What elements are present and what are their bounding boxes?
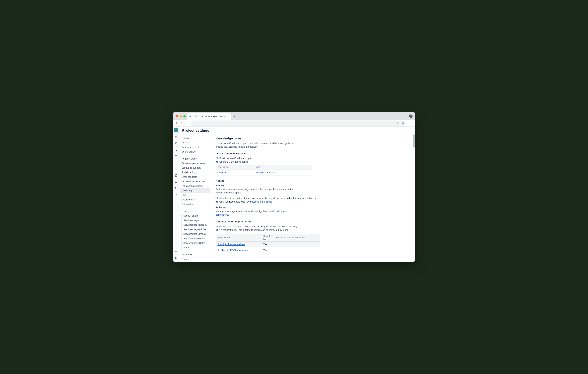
sidebar-item[interactable]: Details bbox=[179, 140, 211, 145]
sidebar-item[interactable]: Summary bbox=[179, 136, 211, 140]
kb-title: Knowledge base bbox=[216, 137, 411, 140]
radio-licensed-users[interactable]: Only licensed users who have access to t… bbox=[216, 201, 411, 203]
svg-point-0 bbox=[397, 122, 399, 124]
settings-sidebar: SummaryDetailsRe-index projectDelete pro… bbox=[179, 134, 211, 262]
autosearch-description: Knowledge base articles can be automatic… bbox=[216, 225, 299, 232]
space-link[interactable]: Confluence Space 1 bbox=[255, 171, 275, 174]
add-item-icon[interactable] bbox=[174, 167, 178, 171]
svg-point-3 bbox=[176, 143, 177, 143]
address-bar[interactable] bbox=[190, 120, 407, 126]
th-request-form: Request form bbox=[216, 234, 262, 242]
chrome-tab-strip: XALT Marketplace Help Center × + ▾ bbox=[173, 112, 415, 120]
radio-icon bbox=[216, 201, 218, 203]
kb-description: Use a linked Confluence space to provide… bbox=[216, 141, 299, 149]
channels-icon[interactable] bbox=[174, 180, 178, 184]
back-button[interactable] bbox=[175, 121, 178, 125]
scrollbar-thumb[interactable] bbox=[413, 134, 415, 148]
sidebar-issue-type[interactable]: Neues Feature bbox=[179, 214, 211, 218]
customers-icon[interactable] bbox=[174, 141, 178, 145]
radio-icon bbox=[216, 197, 218, 199]
svg-rect-4 bbox=[175, 155, 177, 157]
svg-rect-5 bbox=[175, 155, 177, 155]
th-restrict: Restrict to articles with labels bbox=[274, 234, 320, 242]
sidebar-issue-type[interactable]: Serviceanfrage bbox=[179, 218, 211, 223]
sidebar-item[interactable]: Workflows bbox=[179, 252, 211, 257]
viewing-description: Define who can view knowledge base artic… bbox=[216, 188, 299, 195]
svg-point-8 bbox=[175, 187, 176, 188]
request-form-link[interactable]: Problem mit MS Teams melden bbox=[218, 249, 249, 252]
sidebar-item[interactable]: Satisfaction settings bbox=[179, 184, 211, 188]
minimize-window-button[interactable] bbox=[179, 115, 182, 118]
sidebar-subitem-calendars[interactable]: Calendars bbox=[179, 197, 211, 202]
sidebar-issue-type[interactable]: Serviceanfrage Portale bbox=[179, 232, 211, 236]
content-area: Project settings SummaryDetailsRe-index … bbox=[179, 127, 415, 262]
browser-tab[interactable]: XALT Marketplace Help Center × bbox=[187, 113, 231, 120]
raise-request-icon[interactable] bbox=[174, 154, 178, 158]
tab-close-icon[interactable]: × bbox=[227, 115, 229, 118]
th-search-kb: Search KB bbox=[262, 234, 274, 242]
sidebar-item[interactable]: Portal settings bbox=[179, 170, 211, 175]
sidebar-issue-type[interactable]: Serviceanfrage Produkte & ... bbox=[179, 236, 211, 241]
linked-space-table: ApplicationSpace Confluence Confluence S… bbox=[216, 165, 312, 176]
application-link[interactable]: Confluence bbox=[218, 171, 229, 174]
table-row[interactable]: Problem mit MS Teams meldenYes bbox=[216, 247, 320, 253]
project-avatar[interactable] bbox=[174, 128, 178, 132]
forward-button[interactable] bbox=[180, 121, 183, 125]
compass-icon[interactable] bbox=[174, 193, 178, 197]
table-row[interactable]: Sonstiges Problem meldenYes bbox=[216, 242, 320, 247]
radio-link-space[interactable]: Link to a Confluence space bbox=[216, 160, 411, 163]
reports-icon[interactable] bbox=[174, 148, 178, 151]
sidebar-item[interactable]: Knowledge base bbox=[180, 188, 210, 193]
sidebar-item[interactable]: Customer permissions bbox=[179, 161, 211, 166]
sidebar-item[interactable]: Language support bbox=[179, 166, 211, 170]
radio-dont-link[interactable]: Don't link to a Confluence space bbox=[216, 157, 411, 160]
access-heading: Access bbox=[216, 179, 411, 182]
th-application: Application bbox=[216, 165, 253, 170]
svg-point-10 bbox=[176, 251, 176, 252]
sidebar-label-issue-types: Issue types bbox=[179, 209, 211, 214]
sidebar-item[interactable]: Re-index project bbox=[179, 145, 211, 150]
sidebar-item[interactable]: Email requests bbox=[179, 175, 211, 179]
request-forms-table: Request form Search KB Restrict to artic… bbox=[216, 234, 320, 253]
reload-button[interactable] bbox=[185, 121, 189, 125]
browser-menu-button[interactable]: ⋮ bbox=[409, 121, 413, 125]
sidebar-item[interactable]: Automation bbox=[179, 202, 211, 206]
svg-point-2 bbox=[175, 142, 176, 143]
sidebar-issue-type[interactable]: Serviceanfrage mit Genehmi... bbox=[179, 227, 211, 232]
project-settings-icon[interactable] bbox=[174, 250, 178, 254]
bookmark-star-icon[interactable] bbox=[402, 122, 405, 125]
queues-icon[interactable] bbox=[174, 135, 178, 139]
th-space: Space bbox=[253, 165, 312, 170]
app-root: Project settings SummaryDetailsRe-index … bbox=[173, 127, 415, 262]
radio-label: Link to a Confluence space bbox=[219, 160, 248, 163]
sidebar-issue-type[interactable]: Störung bbox=[179, 245, 211, 250]
radio-all-users[interactable]: All active users and customers can acces… bbox=[216, 197, 411, 200]
radio-icon bbox=[216, 157, 218, 159]
confluence-favicon-icon bbox=[189, 115, 192, 118]
zoom-icon[interactable] bbox=[397, 122, 400, 125]
close-window-button[interactable] bbox=[176, 115, 178, 118]
sidebar-item[interactable]: Request types bbox=[179, 157, 211, 161]
sidebar-item[interactable]: Screens bbox=[179, 257, 211, 261]
radio-label: Only licensed users who have access to t… bbox=[219, 201, 273, 203]
sidebar-issue-type[interactable]: Serviceanfrage Soforthilfe bbox=[179, 241, 211, 245]
new-tab-button[interactable]: + bbox=[232, 114, 237, 119]
restrict-cell bbox=[274, 247, 320, 253]
tab-title: XALT Marketplace Help Center bbox=[193, 115, 226, 118]
sidebar-item[interactable]: Delete project bbox=[179, 150, 211, 154]
sidebar-item[interactable]: SLAs bbox=[179, 193, 211, 197]
sidebar-issue-type[interactable]: Serviceanfrage Help-davinte... bbox=[179, 223, 211, 227]
search-kb-cell: Yes bbox=[262, 242, 274, 247]
maximize-window-button[interactable] bbox=[183, 115, 186, 118]
request-form-link[interactable]: Sonstiges Problem melden bbox=[218, 243, 245, 246]
access-space-link[interactable]: access to the space bbox=[252, 201, 273, 203]
sidebar-item[interactable]: Customer notifications bbox=[179, 179, 211, 184]
svg-rect-7 bbox=[175, 181, 177, 182]
page-header: Project settings bbox=[179, 127, 415, 134]
page-icon[interactable] bbox=[174, 173, 178, 177]
invite-team-icon[interactable] bbox=[174, 186, 178, 190]
tab-list-button[interactable]: ▾ bbox=[409, 114, 413, 118]
expand-rail-icon[interactable] bbox=[174, 256, 178, 260]
radio-label: Don't link to a Confluence space bbox=[219, 157, 253, 160]
authoring-heading: Authoring bbox=[216, 206, 411, 208]
